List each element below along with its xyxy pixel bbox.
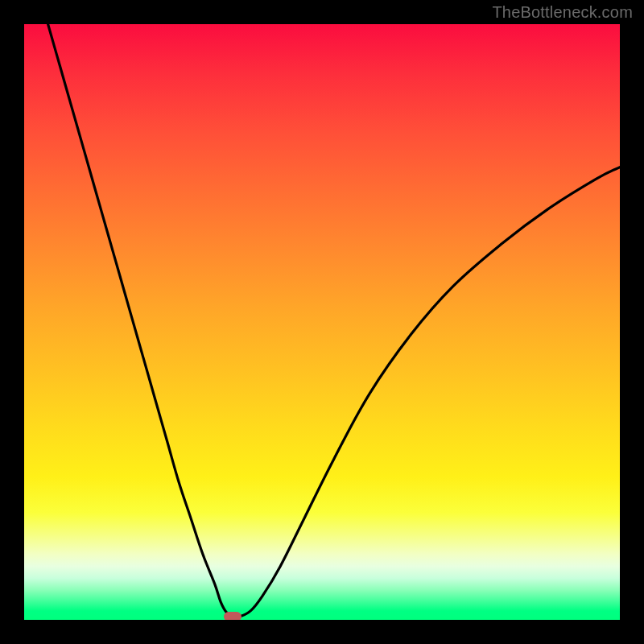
chart-frame: TheBottleneck.com [0,0,644,644]
watermark-text: TheBottleneck.com [492,3,633,22]
minimum-marker [224,612,242,620]
curve-svg [24,24,620,620]
curve-path [48,24,620,617]
plot-area [24,24,620,620]
